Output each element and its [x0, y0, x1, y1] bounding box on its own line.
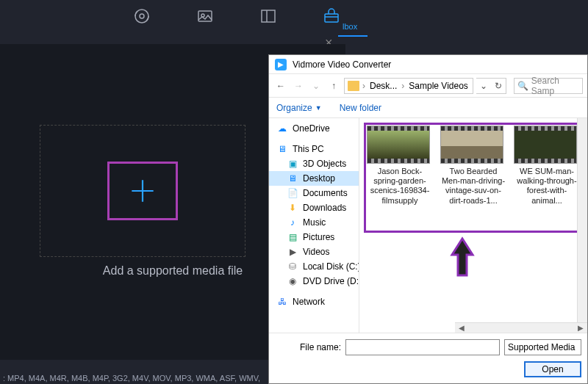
path-segment-1[interactable]: Desk... [368, 81, 398, 91]
folder-icon [348, 81, 359, 91]
pictures-icon: ▤ [287, 232, 298, 242]
tree-item-onedrive[interactable]: ☁OneDrive [269, 121, 359, 136]
nav-tree: ☁OneDrive 🖥This PC ▣3D Objects 🖥Desktop … [269, 118, 359, 333]
tree-item-localdisk[interactable]: ⛁Local Disk (C:) [269, 259, 359, 274]
chevron-down-icon[interactable]: ⌄ [476, 81, 491, 91]
app-icon: ▶ [275, 59, 287, 70]
file-list: Jason Bock-spring-garden-scenics-169834-… [359, 118, 587, 333]
filename-label: File name: [275, 342, 341, 352]
downloads-icon: ⬇ [287, 203, 298, 213]
add-file-box[interactable] [107, 162, 178, 220]
tree-item-desktop[interactable]: 🖥Desktop [269, 171, 359, 186]
active-tab-label: lbox [343, 22, 357, 31]
mv-tab-icon[interactable] [259, 7, 278, 26]
nav-recent-icon[interactable]: ⌄ [309, 81, 323, 91]
dialog-toolbar: Organize ▼ New folder [269, 98, 587, 118]
network-icon: 🖧 [276, 297, 288, 307]
desktop-icon: 🖥 [287, 173, 298, 184]
tree-item-network[interactable]: 🖧Network [269, 294, 359, 309]
annotation-arrow [448, 236, 477, 282]
scroll-left-icon[interactable]: ◀ [456, 324, 467, 332]
nav-forward-icon[interactable]: → [291, 81, 306, 91]
search-placeholder: Search Samp [531, 76, 579, 96]
file-type-filter[interactable]: Supported Media [504, 339, 581, 355]
dialog-title: Vidmore Video Converter [293, 59, 391, 70]
nav-back-icon[interactable]: ← [273, 81, 288, 91]
open-button[interactable]: Open [524, 361, 581, 377]
svg-point-1 [140, 14, 144, 18]
dvd-icon: ◉ [287, 276, 298, 286]
tree-item-dvddrive[interactable]: ◉DVD Drive (D:) P [269, 274, 359, 289]
dialog-body: ☁OneDrive 🖥This PC ▣3D Objects 🖥Desktop … [269, 118, 587, 333]
supported-formats-text: : MP4, M4A, M4R, M4B, M4P, 3G2, M4V, MOV… [3, 374, 260, 383]
dialog-titlebar: ▶ Vidmore Video Converter [269, 55, 587, 74]
path-segment-2[interactable]: Sample Videos [407, 81, 470, 91]
dialog-nav: ← → ⌄ ↑ › Desk... › Sample Videos ⌄ ↻ 🔍 … [269, 74, 587, 98]
horizontal-scrollbar[interactable]: ◀ ▶ [455, 322, 587, 333]
top-tab-bar [0, 0, 588, 32]
tree-item-videos[interactable]: ▶Videos [269, 244, 359, 259]
nav-up-icon[interactable]: ↑ [326, 81, 341, 91]
videos-icon: ▶ [287, 247, 298, 257]
documents-icon: 📄 [287, 188, 298, 198]
filename-input[interactable] [345, 339, 500, 355]
tree-item-pictures[interactable]: ▤Pictures [269, 230, 359, 244]
objects3d-icon: ▣ [287, 159, 298, 169]
dropzone[interactable] [40, 125, 245, 257]
tree-item-music[interactable]: ♪Music [269, 215, 359, 230]
active-tab-underline [338, 35, 368, 37]
path-tools: ⌄ ↻ [476, 78, 506, 94]
search-icon: 🔍 [517, 81, 528, 91]
pc-icon: 🖥 [276, 144, 288, 154]
toolbox-tab-icon[interactable] [322, 7, 341, 26]
chevron-right-icon: › [362, 81, 365, 91]
video-thumbnail [367, 126, 430, 164]
chevron-down-icon: ▼ [315, 104, 322, 112]
converter-tab-icon[interactable] [132, 7, 151, 26]
svg-rect-5 [325, 14, 338, 22]
cloud-icon: ☁ [276, 123, 288, 134]
video-thumbnail [440, 126, 503, 164]
vertical-scrollbar[interactable] [577, 118, 587, 322]
tree-item-documents[interactable]: 📄Documents [269, 186, 359, 200]
refresh-icon[interactable]: ↻ [491, 81, 506, 91]
file-open-dialog: ▶ Vidmore Video Converter ← → ⌄ ↑ › Desk… [268, 54, 588, 384]
music-icon: ♪ [287, 217, 298, 228]
chevron-right-icon: › [401, 81, 404, 91]
tree-item-downloads[interactable]: ⬇Downloads [269, 200, 359, 215]
tree-item-thispc[interactable]: 🖥This PC [269, 142, 359, 156]
disk-icon: ⛁ [287, 261, 298, 272]
tree-item-3dobjects[interactable]: ▣3D Objects [269, 156, 359, 171]
svg-rect-4 [262, 10, 275, 22]
dialog-footer: File name: Supported Media Open [269, 333, 587, 383]
video-thumbnail [514, 126, 577, 164]
path-field[interactable]: › Desk... › Sample Videos [344, 78, 473, 94]
new-folder-button[interactable]: New folder [340, 103, 381, 113]
scroll-right-icon[interactable]: ▶ [576, 324, 586, 332]
collage-tab-icon[interactable] [196, 7, 215, 26]
search-input[interactable]: 🔍 Search Samp [514, 78, 583, 94]
organize-menu[interactable]: Organize ▼ [276, 103, 322, 113]
